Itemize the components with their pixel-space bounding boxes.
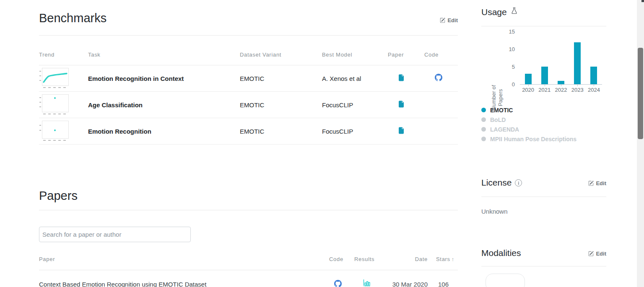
github-icon[interactable] [435, 74, 442, 83]
usage-bar-slot [586, 32, 602, 84]
scrollbar-track[interactable] [637, 0, 644, 287]
x-tick: 2024 [586, 87, 602, 93]
benchmarks-edit-button[interactable]: Edit [440, 17, 458, 23]
edit-label: Edit [596, 251, 606, 257]
x-axis-labels: 2020 2021 2022 2023 2024 [520, 87, 602, 93]
legend-item-bold[interactable]: BoLD [481, 115, 606, 124]
legend-label: BoLD [490, 116, 506, 123]
modalities-edit-button[interactable]: Edit [588, 251, 606, 257]
trend-sparkline-dot-icon [39, 93, 70, 116]
paper-row: Context Based Emotion Recognition using … [39, 270, 458, 287]
paper-document-icon[interactable] [398, 101, 405, 109]
sort-up-icon: ↑ [452, 256, 454, 262]
legend-label: MPII Human Pose Descriptions [490, 136, 576, 142]
trend-sparkline-dot-icon [39, 120, 70, 143]
results-chart-icon[interactable] [363, 279, 371, 287]
usage-bar-slot [536, 32, 553, 84]
license-header: License Edit [481, 177, 606, 188]
usage-bar [525, 74, 532, 84]
trend-cell [39, 93, 88, 116]
license-edit-button[interactable]: Edit [588, 180, 606, 186]
pencil-square-icon [588, 251, 594, 256]
usage-bar [590, 67, 597, 84]
x-tick: 2020 [520, 87, 536, 93]
dataset-variant: EMOTIC [240, 128, 322, 135]
paper-date: 30 Mar 2020 [382, 281, 428, 287]
paper-document-icon[interactable] [398, 74, 405, 83]
y-tick: 5 [512, 64, 515, 70]
legend-dot-icon [481, 137, 486, 141]
usage-chart: Number of Papers 15 10 5 0 2020 2021 202… [481, 26, 606, 98]
modality-tag[interactable] [486, 274, 525, 287]
dataset-page: Benchmarks Edit Trend Task Dataset Varia… [0, 0, 644, 287]
x-tick: 2023 [569, 87, 586, 93]
paper-document-icon[interactable] [398, 127, 405, 136]
modalities-header: Modalities Edit [481, 248, 606, 259]
benchmark-task-link[interactable]: Emotion Recognition [88, 128, 240, 135]
divider [481, 266, 606, 266]
usage-bar [541, 67, 548, 84]
benchmark-task-link[interactable]: Emotion Recognition in Context [88, 75, 240, 82]
best-model-link[interactable]: FocusCLIP [322, 128, 388, 135]
search-input[interactable] [39, 227, 191, 242]
column-header-stars-sort[interactable]: Stars↑ [428, 256, 458, 262]
trend-cell [39, 67, 88, 90]
column-header-best-model: Best Model [322, 52, 388, 58]
paper-stars: 106 [428, 281, 458, 287]
usage-header: Usage [481, 7, 606, 18]
paper-title-link[interactable]: Context Based Emotion Recognition using … [39, 281, 329, 287]
y-axis-ticks: 15 10 5 0 [490, 28, 515, 88]
legend-item-lagenda[interactable]: LAGENDA [481, 124, 606, 134]
usage-bar-slot [520, 32, 536, 84]
scrollbar-corner [641, 0, 644, 2]
column-header-paper: Paper [388, 52, 424, 58]
edit-label: Edit [447, 17, 458, 23]
pencil-square-icon [588, 181, 594, 186]
scrollbar-thumb[interactable] [638, 48, 643, 139]
usage-bars [520, 32, 602, 85]
modalities-title-text: Modalities [481, 248, 521, 259]
legend-item-mpii[interactable]: MPII Human Pose Descriptions [481, 134, 606, 144]
dataset-variant: EMOTIC [240, 101, 322, 109]
benchmark-row[interactable]: Emotion Recognition in Context EMOTIC A.… [39, 65, 458, 92]
main-column: Benchmarks Edit Trend Task Dataset Varia… [39, 0, 458, 287]
sidebar: Usage Number of Papers 15 10 5 0 2020 20… [481, 0, 606, 287]
github-icon[interactable] [334, 280, 342, 287]
legend-dot-icon [481, 127, 486, 132]
benchmarks-header: Benchmarks Edit [39, 11, 458, 25]
y-tick: 10 [509, 46, 515, 52]
usage-title: Usage [481, 7, 518, 18]
benchmark-task-link[interactable]: Age Classification [88, 101, 240, 109]
papers-header: Papers [39, 189, 458, 203]
modalities-title: Modalities [481, 248, 521, 259]
column-header-code: Code [329, 256, 354, 262]
legend-dot-icon [481, 117, 486, 122]
column-header-code: Code [424, 52, 458, 58]
flask-icon [510, 7, 518, 18]
benchmarks-table-header: Trend Task Dataset Variant Best Model Pa… [39, 36, 458, 65]
column-header-task: Task [88, 52, 240, 58]
x-tick: 2022 [553, 87, 569, 93]
y-tick: 0 [512, 81, 515, 88]
benchmark-row[interactable]: Age Classification EMOTIC FocusCLIP [39, 92, 458, 118]
trend-cell [39, 120, 88, 143]
benchmarks-title: Benchmarks [39, 11, 106, 25]
usage-title-text: Usage [481, 7, 507, 18]
column-header-paper: Paper [39, 256, 329, 262]
best-model-link[interactable]: A. Xenos et al [322, 75, 388, 82]
info-icon[interactable] [515, 179, 522, 186]
trend-sparkline-line-icon [39, 67, 70, 90]
usage-bar [574, 42, 581, 84]
column-header-date: Date [382, 256, 428, 262]
usage-bar-slot [553, 32, 569, 84]
license-value: Unknown [481, 208, 606, 215]
column-header-results: Results [354, 256, 382, 262]
best-model-link[interactable]: FocusCLIP [322, 101, 388, 109]
edit-label: Edit [596, 180, 606, 186]
y-tick: 15 [509, 28, 515, 35]
license-title-text: License [481, 177, 512, 188]
benchmark-row[interactable]: Emotion Recognition EMOTIC FocusCLIP [39, 118, 458, 145]
dataset-variant: EMOTIC [240, 75, 322, 82]
x-tick: 2021 [536, 87, 553, 93]
papers-title: Papers [39, 189, 78, 203]
